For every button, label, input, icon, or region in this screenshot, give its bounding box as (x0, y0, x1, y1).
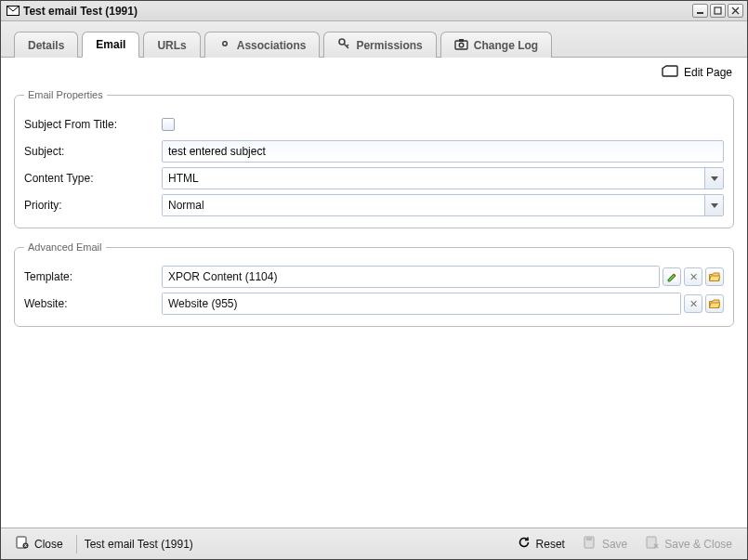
row-content-type: Content Type: HTML (24, 166, 724, 190)
advanced-email-group: Advanced Email Template: XPOR Content (1… (14, 241, 734, 327)
tab-urls[interactable]: URLs (143, 32, 200, 58)
window-controls (692, 4, 743, 18)
template-field[interactable]: XPOR Content (1104) (162, 266, 660, 288)
edit-page-label: Edit Page (684, 66, 732, 79)
save-icon (584, 536, 597, 552)
bottom-toolbar: Close Test email Test (1991) Reset Save … (1, 527, 747, 559)
tab-label: URLs (157, 39, 186, 52)
template-edit-button[interactable] (663, 267, 681, 286)
window-title: Test email Test (1991) (7, 5, 692, 18)
tab-details[interactable]: Details (14, 32, 78, 58)
email-properties-group: Email Properties Subject From Title: Sub… (14, 89, 734, 228)
save-close-icon (646, 536, 659, 552)
svg-rect-4 (455, 41, 467, 49)
email-properties-legend: Email Properties (24, 89, 107, 100)
website-field[interactable]: Website (955) (162, 293, 681, 315)
template-label: Template: (24, 270, 162, 283)
camera-icon (454, 38, 468, 53)
website-label: Website: (24, 297, 162, 310)
row-priority: Priority: Normal (24, 193, 724, 217)
row-website: Website: Website (955) ✕ (24, 292, 724, 316)
row-subject: Subject: (24, 139, 724, 163)
tab-label: Email (96, 38, 125, 51)
link-icon (218, 37, 231, 53)
window-title-text: Test email Test (1991) (23, 5, 138, 18)
close-icon (16, 536, 29, 552)
save-close-label: Save & Close (664, 538, 732, 551)
advanced-email-legend: Advanced Email (24, 241, 106, 253)
svg-rect-1 (697, 12, 703, 14)
template-browse-button[interactable] (705, 267, 724, 286)
maximize-button[interactable] (710, 4, 726, 18)
refresh-icon (518, 536, 531, 552)
separator (76, 535, 77, 553)
tab-permissions[interactable]: Permissions (323, 32, 436, 58)
tab-changelog[interactable]: Change Log (440, 32, 552, 58)
key-icon (337, 37, 350, 53)
edit-page-button[interactable]: Edit Page (662, 65, 732, 80)
window: Test email Test (1991) Details Email URL… (0, 0, 748, 560)
tab-label: Details (28, 39, 64, 52)
panel-icon (662, 65, 678, 80)
row-template: Template: XPOR Content (1104) ✕ (24, 265, 724, 289)
content-type-value: HTML (163, 168, 704, 189)
subject-from-title-checkbox[interactable] (162, 118, 175, 131)
close-window-button[interactable] (728, 4, 743, 18)
content: Edit Page Email Properties Subject From … (1, 58, 747, 527)
tab-associations[interactable]: Associations (204, 32, 321, 58)
save-button[interactable]: Save (578, 533, 633, 554)
svg-rect-5 (459, 39, 464, 42)
close-button[interactable]: Close (10, 533, 69, 554)
minimize-button[interactable] (692, 4, 708, 18)
subject-input[interactable] (162, 140, 724, 163)
priority-select[interactable]: Normal (162, 194, 724, 216)
website-browse-button[interactable] (705, 294, 724, 313)
tab-strip: Details Email URLs Associations Permissi… (1, 21, 747, 58)
content-type-select[interactable]: HTML (162, 167, 724, 189)
content-toolbar: Edit Page (14, 58, 734, 85)
breadcrumb: Test email Test (1991) (85, 538, 193, 551)
template-value: XPOR Content (1104) (163, 267, 659, 287)
tab-label: Permissions (356, 39, 422, 52)
website-clear-button[interactable]: ✕ (684, 294, 702, 313)
reset-label: Reset (536, 538, 565, 551)
priority-label: Priority: (24, 199, 162, 212)
reset-button[interactable]: Reset (512, 533, 571, 554)
tab-email[interactable]: Email (82, 32, 139, 58)
chevron-down-icon[interactable] (704, 168, 723, 189)
close-label: Close (34, 538, 63, 551)
content-type-label: Content Type: (24, 172, 162, 185)
row-subject-from-title: Subject From Title: (24, 112, 724, 137)
svg-rect-11 (586, 538, 592, 540)
save-close-button[interactable]: Save & Close (640, 533, 738, 554)
subject-from-title-label: Subject From Title: (24, 118, 162, 131)
envelope-icon (7, 6, 20, 16)
tab-label: Change Log (474, 39, 538, 52)
svg-point-6 (459, 43, 464, 47)
svg-rect-12 (647, 537, 656, 548)
svg-rect-2 (715, 7, 721, 14)
website-value: Website (955) (163, 293, 680, 314)
titlebar: Test email Test (1991) (1, 1, 747, 21)
save-label: Save (602, 538, 627, 551)
subject-label: Subject: (24, 145, 162, 158)
template-clear-button[interactable]: ✕ (684, 267, 702, 286)
tab-label: Associations (237, 39, 307, 52)
priority-value: Normal (163, 195, 704, 215)
chevron-down-icon[interactable] (704, 195, 723, 215)
